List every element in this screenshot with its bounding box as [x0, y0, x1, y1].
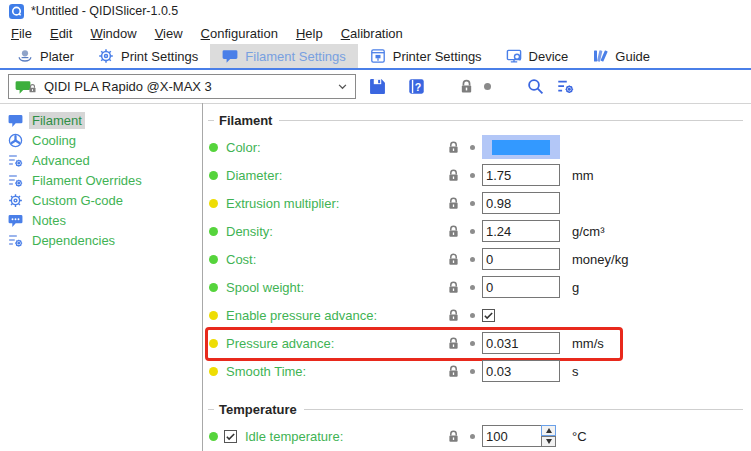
row-label-area: Diameter: [208, 168, 446, 183]
modified-dot-shape [470, 285, 475, 290]
value-input[interactable] [482, 220, 560, 242]
settings-panel: FilamentColor:Diameter:mmExtrusion multi… [203, 103, 751, 451]
printer-icon [370, 48, 386, 64]
setting-label: Cost: [226, 252, 256, 267]
section-title: Temperature [208, 400, 743, 418]
lock-icon[interactable] [446, 280, 463, 295]
modified-dot-shape [470, 313, 475, 318]
row-label-area: Idle temperature: [208, 429, 446, 444]
lock-icon[interactable] [446, 336, 463, 351]
section-rows: Color:Diameter:mmExtrusion multiplier:De… [208, 129, 743, 385]
value-input[interactable] [482, 276, 560, 298]
tab-label: Print Settings [121, 49, 198, 64]
list-gear-icon [7, 173, 23, 188]
menu-configuration[interactable]: Configuration [192, 24, 287, 43]
checkbox[interactable] [224, 430, 237, 443]
sidebar-item-label: Advanced [29, 152, 93, 169]
row-label-area: Pressure advance: [208, 336, 446, 351]
list-gear-icon [7, 153, 23, 168]
unit-label: mm [572, 168, 594, 183]
gear-icon [7, 193, 23, 208]
spin-up-button[interactable] [541, 425, 556, 436]
menu-file[interactable]: File [2, 24, 41, 43]
preset-combobox[interactable]: QIDI PLA Rapido @X-MAX 3 [8, 74, 356, 99]
sidebar-item-notes[interactable]: Notes [0, 210, 202, 230]
row-label-area: Enable pressure advance: [208, 308, 446, 323]
lock-icon[interactable] [446, 196, 463, 211]
setting-control [482, 360, 568, 382]
chevron-down-icon[interactable] [336, 80, 349, 93]
menu-window[interactable]: Window [81, 24, 145, 43]
value-input[interactable] [482, 248, 560, 270]
unit-label: °C [572, 429, 587, 444]
lock-icon[interactable] [446, 140, 463, 155]
color-swatch [492, 140, 550, 155]
row-color: Color: [208, 133, 743, 161]
setting-label: Extrusion multiplier: [226, 196, 339, 211]
value-input[interactable] [482, 360, 560, 382]
unit-label: g [572, 280, 579, 295]
row-label-area: Spool weight: [208, 280, 446, 295]
unit-label: money/kg [572, 252, 628, 267]
modified-dot [463, 229, 482, 234]
plater-icon [17, 48, 33, 64]
lock-icon[interactable] [446, 168, 463, 183]
sidebar-item-label: Filament [29, 112, 85, 129]
lock-icon[interactable] [446, 252, 463, 267]
modified-dot [463, 434, 482, 439]
color-picker-button[interactable] [482, 135, 560, 159]
preset-toolbar: QIDI PLA Rapido @X-MAX 3 ? [0, 70, 751, 104]
lock-icon[interactable] [446, 364, 463, 379]
menu-edit[interactable]: Edit [41, 24, 81, 43]
lock-icon [31, 79, 38, 94]
tab-label: Plater [40, 49, 74, 64]
tab-printer-settings[interactable]: Printer Settings [358, 44, 494, 68]
lock-icon[interactable] [446, 308, 463, 323]
search-button[interactable] [527, 78, 544, 95]
save-preset-button[interactable] [369, 78, 386, 95]
value-input[interactable] [482, 192, 560, 214]
tab-device[interactable]: Device [494, 44, 581, 68]
tab-label: Printer Settings [393, 49, 482, 64]
setting-control [482, 309, 568, 322]
sidebar-item-filament[interactable]: Filament [0, 110, 202, 130]
modified-dot-shape [470, 341, 475, 346]
section-title-text: Temperature [219, 402, 297, 417]
setting-control [482, 248, 568, 270]
menu-view[interactable]: View [146, 24, 192, 43]
help-button[interactable]: ? [408, 78, 425, 95]
tab-filament-settings[interactable]: Filament Settings [210, 44, 357, 68]
modified-dot-shape [470, 229, 475, 234]
tab-guide[interactable]: Guide [580, 44, 662, 68]
value-input[interactable] [482, 164, 560, 186]
value-input[interactable] [482, 332, 560, 354]
sidebar-item-custom-g-code[interactable]: Custom G-code [0, 190, 202, 210]
sidebar-item-cooling[interactable]: Cooling [0, 130, 202, 150]
yellow-dot-indicator [209, 199, 218, 208]
sidebar-item-dependencies[interactable]: Dependencies [0, 230, 202, 250]
row-pressure-advance: Pressure advance:mm/s [208, 329, 743, 357]
lock-icon[interactable] [446, 429, 463, 444]
spin-down-button[interactable] [541, 436, 556, 447]
checkbox[interactable] [482, 309, 495, 322]
svg-text:?: ? [415, 81, 421, 93]
yellow-dot-indicator [209, 311, 218, 320]
tab-plater[interactable]: Plater [5, 44, 86, 68]
menu-help[interactable]: Help [287, 24, 332, 43]
sidebar-item-filament-overrides[interactable]: Filament Overrides [0, 170, 202, 190]
modified-dot [484, 83, 491, 90]
sidebar-item-advanced[interactable]: Advanced [0, 150, 202, 170]
value-input[interactable] [482, 425, 541, 447]
green-dot-indicator [209, 143, 218, 152]
green-dot-indicator [209, 227, 218, 236]
options-button[interactable] [557, 78, 574, 95]
gear-icon [98, 48, 114, 64]
app-logo-icon [9, 4, 24, 19]
modified-dot-shape [470, 434, 475, 439]
setting-label: Smooth Time: [226, 364, 306, 379]
sidebar-item-label: Custom G-code [29, 192, 126, 209]
tab-print-settings[interactable]: Print Settings [86, 44, 210, 68]
menu-calibration[interactable]: Calibration [332, 24, 412, 43]
lock-icon[interactable] [446, 224, 463, 239]
lock-all-button[interactable] [458, 78, 475, 95]
